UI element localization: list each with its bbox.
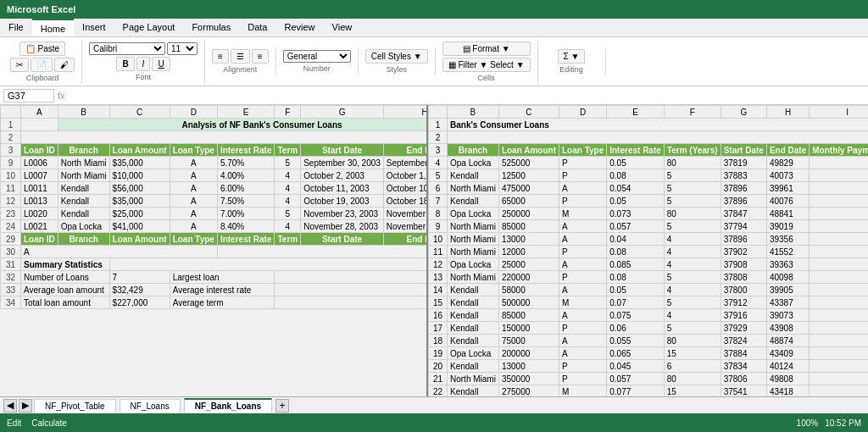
r-i5[interactable] xyxy=(810,169,868,182)
r-d16[interactable]: A xyxy=(559,309,606,322)
r-g18[interactable]: 37824 xyxy=(721,335,766,347)
cell-type-12[interactable]: A xyxy=(170,195,217,208)
cell-rate-10[interactable]: 4.00% xyxy=(217,169,275,182)
r-i6[interactable] xyxy=(810,182,868,195)
cell-start-10[interactable]: October 2, 2003 xyxy=(301,169,384,182)
r-i16[interactable] xyxy=(810,309,868,322)
cell-amt-11[interactable]: $56,000 xyxy=(109,182,170,195)
cell-loantype-header[interactable]: Loan Type xyxy=(170,144,217,157)
r-end-hdr[interactable]: End Date xyxy=(766,144,809,157)
r-pmt-hdr[interactable]: Monthly Payment xyxy=(810,144,868,157)
cell-amt-10[interactable]: $10,000 xyxy=(109,169,170,182)
r-g20[interactable]: 37834 xyxy=(721,360,766,373)
cell-amt-24[interactable]: $41,000 xyxy=(109,220,170,233)
cell-branch-23[interactable]: Kendall xyxy=(58,208,109,220)
r-rate-hdr[interactable]: Interest Rate xyxy=(607,144,665,157)
r-c5[interactable]: 12500 xyxy=(498,169,559,182)
r-d6[interactable]: A xyxy=(559,182,606,195)
cell-blank-31[interactable] xyxy=(109,258,426,271)
r-d18[interactable]: A xyxy=(559,335,606,347)
insert-cells-button[interactable]: ▤ Format ▼ xyxy=(442,42,531,56)
r-c8[interactable]: 250000 xyxy=(498,208,559,220)
cell-term-9[interactable]: 5 xyxy=(275,157,301,169)
r-i4[interactable] xyxy=(810,157,868,169)
r-g11[interactable]: 37902 xyxy=(721,246,766,258)
r-d14[interactable]: A xyxy=(559,284,606,296)
r-f12[interactable]: 4 xyxy=(664,258,721,271)
r-h22[interactable]: 43418 xyxy=(766,385,809,397)
r-h13[interactable]: 40098 xyxy=(766,271,809,284)
r-b5[interactable]: Kendall xyxy=(448,169,499,182)
r-d9[interactable]: A xyxy=(559,220,606,233)
sheet-tab-pivot[interactable]: NF_Pivot_Table xyxy=(34,399,116,413)
r-i7[interactable] xyxy=(810,195,868,208)
cell-amt-12[interactable]: $35,000 xyxy=(109,195,170,208)
r-d12[interactable]: A xyxy=(559,258,606,271)
r-d11[interactable]: P xyxy=(559,246,606,258)
cell-l0011[interactable]: L0011 xyxy=(21,182,58,195)
r-b20[interactable]: Kendall xyxy=(448,360,499,373)
r-g4[interactable]: 37819 xyxy=(721,157,766,169)
r-g15[interactable]: 37912 xyxy=(721,296,766,309)
cell-type-11[interactable]: A xyxy=(170,182,217,195)
cell-enddate-header[interactable]: End Date xyxy=(383,144,426,157)
r-c12[interactable]: 25000 xyxy=(498,258,559,271)
cell-term-header[interactable]: Term xyxy=(275,144,301,157)
cell-start-h2[interactable]: Start Date xyxy=(301,233,384,246)
r-d15[interactable]: M xyxy=(559,296,606,309)
r-d8[interactable]: M xyxy=(559,208,606,220)
r-f11[interactable]: 4 xyxy=(664,246,721,258)
r-f4[interactable]: 80 xyxy=(664,157,721,169)
r-b16[interactable]: Kendall xyxy=(448,309,499,322)
cell-rate-24[interactable]: 8.40% xyxy=(217,220,275,233)
r-c9[interactable]: 85000 xyxy=(498,220,559,233)
tab-insert[interactable]: Insert xyxy=(74,19,114,36)
cell-type-h2[interactable]: Loan Type xyxy=(170,233,217,246)
r-type-hdr[interactable]: Loan Type xyxy=(559,144,606,157)
r-e13[interactable]: 0.08 xyxy=(607,271,665,284)
r-b8[interactable]: Opa Locka xyxy=(448,208,499,220)
tab-formulas[interactable]: Formulas xyxy=(183,19,239,36)
tab-view[interactable]: View xyxy=(324,19,361,36)
name-box[interactable] xyxy=(3,89,54,102)
autosum-button[interactable]: Σ ▼ xyxy=(558,49,586,64)
r-h8[interactable]: 48841 xyxy=(766,208,809,220)
r-branch-hdr[interactable]: Branch xyxy=(448,144,499,157)
r-i22[interactable] xyxy=(810,385,868,397)
r-i12[interactable] xyxy=(810,258,868,271)
tab-file[interactable]: File xyxy=(0,19,32,36)
cell-end-9[interactable]: September 28, 2008 xyxy=(383,157,426,169)
r-e11[interactable]: 0.08 xyxy=(607,246,665,258)
cell-styles-button[interactable]: Cell Styles ▼ xyxy=(365,49,428,64)
r-g7[interactable]: 37896 xyxy=(721,195,766,208)
r-c14[interactable]: 58000 xyxy=(498,284,559,296)
cell-branch-header[interactable]: Branch xyxy=(58,144,109,157)
cell-start-12[interactable]: October 19, 2003 xyxy=(301,195,384,208)
font-size-select[interactable]: 11 xyxy=(167,42,198,55)
r-i11[interactable] xyxy=(810,246,868,258)
align-right-button[interactable]: ≡ xyxy=(252,49,269,64)
cell-start-23[interactable]: November 23, 2003 xyxy=(301,208,384,220)
r-e12[interactable]: 0.085 xyxy=(607,258,665,271)
cell-total-val[interactable]: $227,000 xyxy=(109,296,170,309)
cell-amt-9[interactable]: $35,000 xyxy=(109,157,170,169)
format-painter-button[interactable]: 🖌 xyxy=(54,58,75,72)
r-c20[interactable]: 13000 xyxy=(498,360,559,373)
cell-end-h2[interactable]: End Date xyxy=(383,233,426,246)
r-e5[interactable]: 0.08 xyxy=(607,169,665,182)
r-g13[interactable]: 37808 xyxy=(721,271,766,284)
right-sheet-scroll[interactable]: B C D E F G H I J 1 xyxy=(428,105,868,396)
r-e20[interactable]: 0.045 xyxy=(607,360,665,373)
cell-end-10[interactable]: October 1, 2007 xyxy=(383,169,426,182)
r-b7[interactable]: Kendall xyxy=(448,195,499,208)
r-g8[interactable]: 37847 xyxy=(721,208,766,220)
r-e21[interactable]: 0.057 xyxy=(607,373,665,385)
r-f13[interactable]: 5 xyxy=(664,271,721,284)
r-f7[interactable]: 5 xyxy=(664,195,721,208)
cell-branch-24[interactable]: Opa Locka xyxy=(58,220,109,233)
cell-start-9[interactable]: September 30, 2003 xyxy=(301,157,384,169)
cell-rate-h2[interactable]: Interest Rate xyxy=(217,233,275,246)
r-e19[interactable]: 0.065 xyxy=(607,347,665,360)
r-i9[interactable] xyxy=(810,220,868,233)
cell-rate-12[interactable]: 7.50% xyxy=(217,195,275,208)
